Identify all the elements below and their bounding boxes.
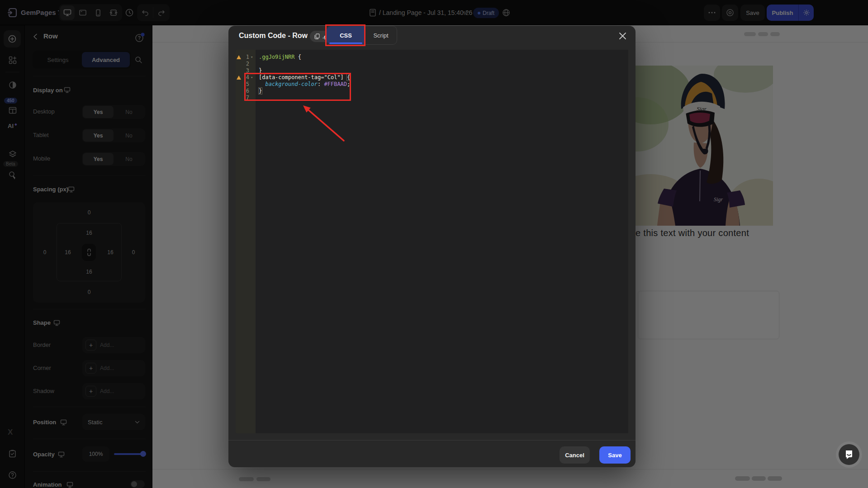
chat-bubble-icon	[844, 450, 854, 460]
code-line[interactable]	[259, 61, 651, 67]
line-number: 2	[242, 61, 249, 67]
code-token: .ggJo9ijNRR	[259, 54, 294, 60]
annotation-rect-css-tab	[325, 24, 365, 46]
app-root: GemPages 7	[0, 0, 868, 488]
code-token: {	[294, 54, 301, 60]
annotation-arrow	[299, 102, 353, 147]
line-number: 1	[242, 54, 249, 61]
close-icon[interactable]	[619, 32, 626, 40]
code-line[interactable]: .ggJo9ijNRR {	[259, 54, 651, 61]
modal-save-button[interactable]: Save	[599, 446, 631, 464]
modal-title: Custom Code - Row	[239, 32, 308, 40]
warning-icon	[237, 76, 241, 80]
css-code-editor[interactable]: 1▾234▾567 .ggJo9ijNRR {}[data-component-…	[236, 50, 628, 433]
warning-icon	[237, 55, 241, 59]
tab-script[interactable]: Script	[365, 26, 397, 44]
modal-footer-divider	[228, 440, 636, 441]
copy-icon	[314, 33, 320, 39]
fold-chevron-icon[interactable]: ▾	[251, 54, 253, 61]
annotation-rect-code-block	[244, 73, 351, 101]
cancel-button[interactable]: Cancel	[560, 446, 590, 464]
editor-gutter: 1▾234▾567	[236, 50, 256, 433]
chat-launcher-button[interactable]	[839, 444, 859, 465]
